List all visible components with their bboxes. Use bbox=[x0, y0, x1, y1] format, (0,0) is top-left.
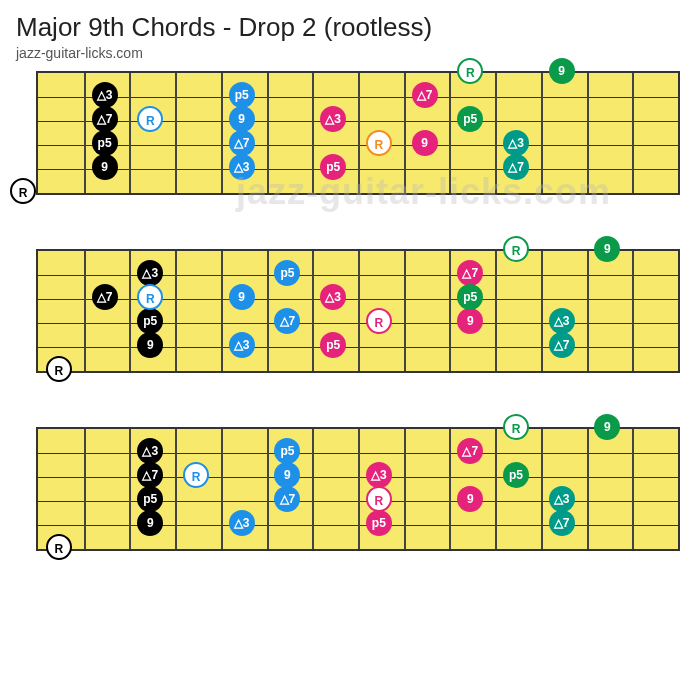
fret-line bbox=[84, 73, 86, 193]
note-dot: p5 bbox=[229, 82, 255, 108]
note-dot: 9 bbox=[92, 154, 118, 180]
fret-line bbox=[632, 429, 634, 549]
fret-line bbox=[312, 251, 314, 371]
note-dot: 9 bbox=[549, 58, 575, 84]
fret-line bbox=[312, 429, 314, 549]
note-dot: 9 bbox=[412, 130, 438, 156]
fret-line bbox=[449, 251, 451, 371]
note-dot: △7 bbox=[549, 332, 575, 358]
fret-line bbox=[221, 251, 223, 371]
fret-line bbox=[632, 251, 634, 371]
note-dot: △3 bbox=[229, 510, 255, 536]
fretboard bbox=[36, 71, 680, 195]
fretboard-diagram: R△3△7p59Rp59△7△3△3p5R△79Rp5△3△79jazz-gui… bbox=[16, 71, 680, 215]
note-dot: p5 bbox=[320, 332, 346, 358]
note-dot: R bbox=[366, 130, 392, 156]
note-dot: △3 bbox=[549, 486, 575, 512]
note-dot: △3 bbox=[229, 332, 255, 358]
fretboard bbox=[36, 249, 680, 373]
fret-line bbox=[358, 73, 360, 193]
note-dot: △7 bbox=[92, 284, 118, 310]
note-dot: p5 bbox=[503, 462, 529, 488]
fret-line bbox=[358, 251, 360, 371]
page-title: Major 9th Chords - Drop 2 (rootless) bbox=[16, 12, 680, 43]
fret-line bbox=[587, 73, 589, 193]
note-dot: R bbox=[183, 462, 209, 488]
note-dot: R bbox=[46, 534, 72, 560]
note-dot: R bbox=[366, 486, 392, 512]
page-subtitle: jazz-guitar-licks.com bbox=[16, 45, 680, 61]
fret-line bbox=[129, 251, 131, 371]
fret-line bbox=[129, 429, 131, 549]
note-dot: R bbox=[10, 178, 36, 204]
fret-line bbox=[129, 73, 131, 193]
fret-line bbox=[449, 429, 451, 549]
note-dot: △3 bbox=[320, 284, 346, 310]
fret-line bbox=[221, 429, 223, 549]
fret-line bbox=[495, 429, 497, 549]
note-dot: R bbox=[366, 308, 392, 334]
note-dot: △7 bbox=[503, 154, 529, 180]
note-dot: p5 bbox=[92, 130, 118, 156]
fret-line bbox=[312, 73, 314, 193]
diagram-list: R△3△7p59Rp59△7△3△3p5R△79Rp5△3△79jazz-gui… bbox=[16, 71, 680, 571]
fret-line bbox=[495, 251, 497, 371]
note-dot: △7 bbox=[412, 82, 438, 108]
fret-line bbox=[221, 73, 223, 193]
fret-line bbox=[449, 73, 451, 193]
note-dot: R bbox=[503, 236, 529, 262]
fretboard bbox=[36, 427, 680, 551]
fret-line bbox=[175, 429, 177, 549]
note-dot: △3 bbox=[320, 106, 346, 132]
fret-line bbox=[404, 251, 406, 371]
note-dot: △7 bbox=[549, 510, 575, 536]
fret-line bbox=[541, 429, 543, 549]
note-dot: △3 bbox=[366, 462, 392, 488]
fret-line bbox=[267, 73, 269, 193]
fret-line bbox=[175, 73, 177, 193]
fret-line bbox=[404, 73, 406, 193]
fretboard-diagram: R△3△7p59R△3p59△7p5△3R9△7p5R△3△79 bbox=[16, 427, 680, 571]
note-dot: △3 bbox=[229, 154, 255, 180]
fret-line bbox=[267, 429, 269, 549]
fret-line bbox=[495, 73, 497, 193]
fret-line bbox=[632, 73, 634, 193]
fret-line bbox=[541, 73, 543, 193]
fret-line bbox=[84, 429, 86, 549]
note-dot: p5 bbox=[366, 510, 392, 536]
fret-line bbox=[175, 251, 177, 371]
note-dot: 9 bbox=[229, 106, 255, 132]
note-dot: △3 bbox=[92, 82, 118, 108]
fret-line bbox=[541, 251, 543, 371]
fret-line bbox=[587, 429, 589, 549]
note-dot: 9 bbox=[229, 284, 255, 310]
note-dot: △7 bbox=[229, 130, 255, 156]
fret-line bbox=[587, 251, 589, 371]
note-dot: △3 bbox=[503, 130, 529, 156]
fret-line bbox=[267, 251, 269, 371]
note-dot: △7 bbox=[92, 106, 118, 132]
note-dot: R bbox=[46, 356, 72, 382]
note-dot: △3 bbox=[549, 308, 575, 334]
fret-line bbox=[404, 429, 406, 549]
fret-line bbox=[358, 429, 360, 549]
note-dot: R bbox=[503, 414, 529, 440]
note-dot: p5 bbox=[320, 154, 346, 180]
fret-line bbox=[84, 251, 86, 371]
fretboard-diagram: R△7△3p59R9△3p5△7△3p5R9△7p5R△3△79 bbox=[16, 249, 680, 393]
